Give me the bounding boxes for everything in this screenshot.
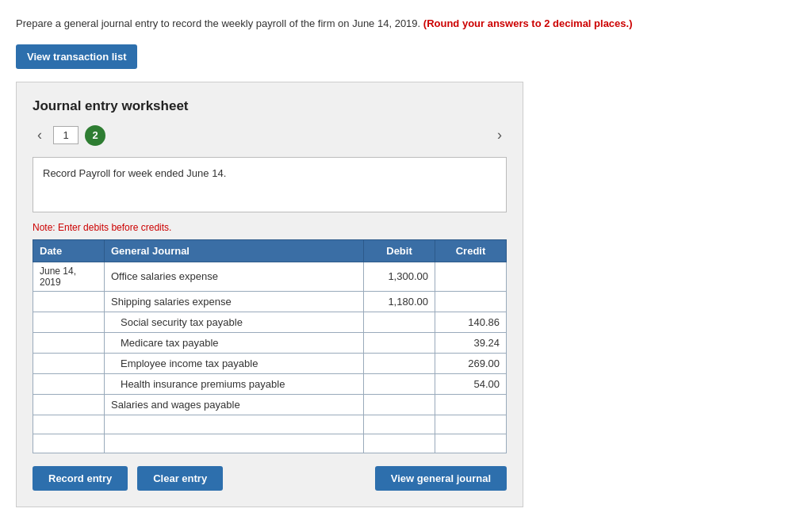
record-entry-button[interactable]: Record entry: [33, 466, 128, 491]
table-row-credit-0[interactable]: [435, 262, 507, 291]
table-row-debit-6[interactable]: [364, 394, 435, 415]
table-row-date-3: [33, 332, 105, 353]
table-row: Medicare tax payable39.24: [33, 332, 507, 353]
worksheet-container: Journal entry worksheet ‹ 1 2 › Record P…: [16, 82, 523, 507]
note-text: Note: Enter debits before credits.: [33, 222, 507, 233]
clear-entry-button[interactable]: Clear entry: [137, 466, 223, 491]
description-box: Record Payroll for week ended June 14.: [33, 157, 507, 212]
table-row-date-7: [33, 415, 105, 434]
table-row-credit-8[interactable]: [435, 434, 507, 453]
nav-row: ‹ 1 2 ›: [33, 125, 507, 146]
table-row-debit-3[interactable]: [364, 332, 435, 353]
table-row-account-4: Employee income tax payable: [105, 353, 364, 373]
table-row-credit-2[interactable]: 140.86: [435, 312, 507, 332]
nav-next-button[interactable]: ›: [492, 125, 507, 145]
table-row-account-0: Office salaries expense: [105, 262, 364, 291]
table-row-date-8: [33, 434, 105, 453]
col-header-credit: Credit: [435, 239, 507, 262]
table-row: June 14, 2019Office salaries expense1,30…: [33, 262, 507, 291]
table-row-debit-2[interactable]: [364, 312, 435, 332]
table-row-credit-6[interactable]: [435, 394, 507, 415]
table-row-account-5: Health insurance premiums payable: [105, 373, 364, 394]
table-row-date-2: [33, 312, 105, 332]
worksheet-title: Journal entry worksheet: [33, 98, 507, 114]
table-row-account-6: Salaries and wages payable: [105, 394, 364, 415]
table-row-account-3: Medicare tax payable: [105, 332, 364, 353]
view-journal-button[interactable]: View general journal: [375, 466, 507, 491]
table-row: Shipping salaries expense1,180.00: [33, 291, 507, 312]
table-row-credit-3[interactable]: 39.24: [435, 332, 507, 353]
table-row: Employee income tax payable269.00: [33, 353, 507, 373]
table-row-date-0: June 14, 2019: [33, 262, 105, 291]
buttons-row: Record entry Clear entry View general jo…: [33, 466, 507, 491]
table-row: [33, 415, 507, 434]
table-row-account-8: [105, 434, 364, 453]
instruction-text: Prepare a general journal entry to recor…: [16, 16, 796, 32]
instruction-main: Prepare a general journal entry to recor…: [16, 17, 420, 29]
table-row-date-1: [33, 291, 105, 312]
table-row: Health insurance premiums payable54.00: [33, 373, 507, 394]
page-number: 1: [53, 126, 79, 144]
page-badge[interactable]: 2: [85, 125, 105, 146]
table-row-date-4: [33, 353, 105, 373]
table-row-debit-1[interactable]: 1,180.00: [364, 291, 435, 312]
table-row: Social security tax payable140.86: [33, 312, 507, 332]
table-row-account-2: Social security tax payable: [105, 312, 364, 332]
table-row-debit-7[interactable]: [364, 415, 435, 434]
table-row-credit-1[interactable]: [435, 291, 507, 312]
col-header-debit: Debit: [364, 239, 435, 262]
col-header-journal: General Journal: [105, 239, 364, 262]
table-row-credit-5[interactable]: 54.00: [435, 373, 507, 394]
nav-next-container: ›: [492, 125, 507, 145]
table-row-debit-4[interactable]: [364, 353, 435, 373]
nav-prev-button[interactable]: ‹: [33, 125, 47, 145]
description-text: Record Payroll for week ended June 14.: [43, 167, 226, 179]
table-row: [33, 434, 507, 453]
journal-table: Date General Journal Debit Credit June 1…: [33, 239, 507, 453]
table-row-date-6: [33, 394, 105, 415]
table-row-debit-0[interactable]: 1,300.00: [364, 262, 435, 291]
table-row-debit-5[interactable]: [364, 373, 435, 394]
view-transaction-button[interactable]: View transaction list: [16, 44, 137, 69]
table-row-account-7: [105, 415, 364, 434]
col-header-date: Date: [33, 239, 105, 262]
table-row-date-5: [33, 373, 105, 394]
table-row-credit-4[interactable]: 269.00: [435, 353, 507, 373]
table-row-credit-7[interactable]: [435, 415, 507, 434]
table-row-account-1: Shipping salaries expense: [105, 291, 364, 312]
table-row: Salaries and wages payable: [33, 394, 507, 415]
table-row-debit-8[interactable]: [364, 434, 435, 453]
instruction-highlight: (Round your answers to 2 decimal places.…: [423, 17, 633, 29]
